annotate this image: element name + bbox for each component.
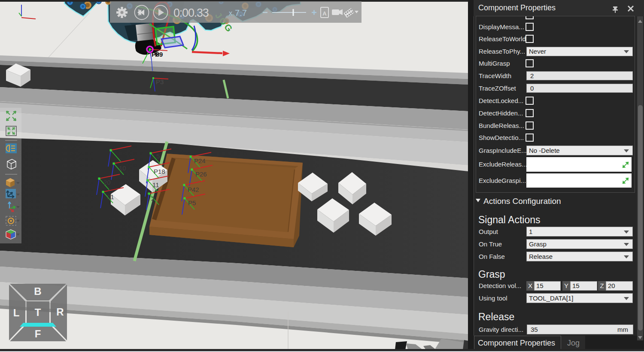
svg-text:P9: P9	[155, 51, 163, 58]
svg-text:B: B	[34, 285, 41, 297]
svg-text:21: 21	[107, 193, 114, 200]
svg-text:20: 20	[103, 179, 111, 186]
svg-text:R: R	[56, 306, 64, 318]
svg-text:5: 5	[156, 152, 160, 160]
svg-text:P18: P18	[154, 168, 165, 175]
svg-text:P42: P42	[188, 186, 199, 193]
svg-text:11: 11	[152, 181, 159, 188]
svg-text:T: T	[35, 306, 41, 318]
svg-text:0:00.33: 0:00.33	[173, 6, 209, 19]
svg-text:P5: P5	[188, 199, 196, 206]
svg-text:7.7: 7.7	[235, 8, 247, 18]
svg-text:10: 10	[119, 164, 126, 172]
svg-text:x: x	[229, 9, 232, 17]
svg-text:P26: P26	[195, 170, 207, 178]
svg-text:P3: P3	[156, 78, 164, 85]
svg-text:F: F	[35, 328, 41, 340]
svg-text:2: 2	[151, 195, 155, 202]
svg-text:P24: P24	[194, 157, 206, 164]
svg-text:L: L	[13, 307, 20, 319]
svg-text:A: A	[322, 10, 327, 17]
